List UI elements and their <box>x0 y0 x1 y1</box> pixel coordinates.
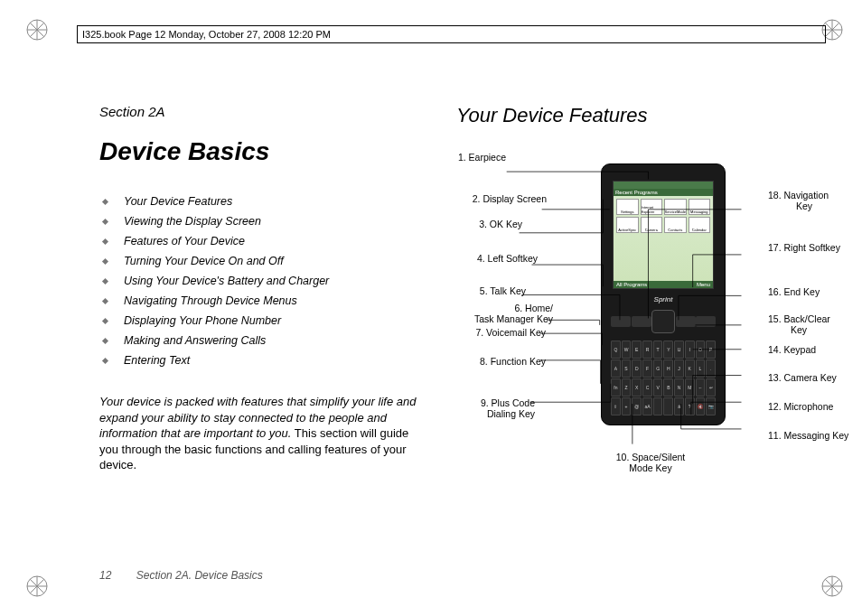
toc-item: Navigating Through Device Menus <box>99 291 425 311</box>
phone-key: X <box>632 378 642 397</box>
dpad <box>651 310 675 333</box>
phone-key: H <box>663 359 673 378</box>
screen-softkey-left: All Programs <box>616 282 647 287</box>
running-head: I325.book Page 12 Monday, October 27, 20… <box>77 25 826 43</box>
toc-item: Viewing the Display Screen <box>99 211 425 231</box>
phone-key: B <box>663 378 673 397</box>
callout-right-softkey: 17. Right Softkey <box>768 243 840 254</box>
phone-key: O <box>696 341 706 359</box>
callout-back-1: 15. Back/Clear <box>768 314 830 325</box>
bullet-icon <box>102 337 108 343</box>
phone-key: . <box>706 359 716 378</box>
callout-pluscode-2: Dialing Key <box>452 409 535 420</box>
toc-item-label: Features of Your Device <box>124 235 245 247</box>
right-softkey-button <box>696 316 716 327</box>
callout-keypad: 14. Keypad <box>768 345 816 356</box>
callout-earpiece: 1. Earpiece <box>452 153 506 163</box>
toc-item: Turning Your Device On and Off <box>99 251 425 271</box>
phone-key: J <box>674 359 684 378</box>
app-icon: Settings <box>616 199 639 215</box>
app-icon: Calendar <box>689 217 711 233</box>
phone-key: ä <box>674 397 684 415</box>
bullet-icon <box>102 317 108 323</box>
phone-key: W <box>622 341 632 359</box>
screen-app-grid: Settings Internet Explorer ServiceMode M… <box>614 196 713 236</box>
toc-item-label: Viewing the Display Screen <box>124 215 261 228</box>
toc-item: Entering Text <box>99 350 425 370</box>
bullet-icon <box>102 218 108 224</box>
phone-key: ↵ <box>706 378 716 397</box>
phone-key: fn <box>611 378 621 397</box>
phone-key: U <box>674 341 684 359</box>
phone-key: Q <box>611 341 621 359</box>
running-head-text: I325.book Page 12 Monday, October 27, 20… <box>82 29 331 40</box>
callout-display: 2. Display Screen <box>452 194 547 205</box>
screen-softkey-right: Menu <box>697 282 710 287</box>
talk-button <box>632 316 651 327</box>
callout-home-key-1: 6. Home/ <box>452 303 553 314</box>
right-column: Your Device Features Recent Programs Set… <box>456 104 817 553</box>
left-softkey-button <box>611 316 631 327</box>
phone-key: + <box>622 397 632 415</box>
phone-key: F <box>642 359 652 378</box>
phone-key: Z <box>622 378 632 397</box>
phone-key: T <box>653 341 663 359</box>
phone-key: K <box>685 359 695 378</box>
app-icon: Contacts <box>664 217 687 233</box>
toc-item-label: Your Device Features <box>124 195 232 208</box>
right-title: Your Device Features <box>456 104 817 127</box>
callout-space-2: Mode Key <box>605 463 696 474</box>
end-button <box>676 316 696 327</box>
callout-voicemail: 7. Voicemail Key <box>452 328 546 339</box>
toc-item-label: Making and Answering Calls <box>124 334 266 347</box>
bullet-icon <box>102 198 108 204</box>
toc-item-label: Entering Text <box>124 354 190 367</box>
phone-key: ? <box>685 397 695 415</box>
phone-key: P <box>706 341 716 359</box>
phone-key: @ <box>632 397 642 415</box>
toc-item-label: Displaying Your Phone Number <box>124 314 281 327</box>
page-number: 12 <box>99 569 111 582</box>
phone-key: S <box>622 359 632 378</box>
toc-item: Displaying Your Phone Number <box>99 311 425 331</box>
phone-key: I <box>685 341 695 359</box>
bullet-icon <box>102 238 108 244</box>
phone-key <box>653 397 663 415</box>
phone-key: A <box>611 359 621 378</box>
toc-item-label: Navigating Through Device Menus <box>124 294 297 307</box>
crop-ornament-bottom-left <box>25 574 49 598</box>
phone-screen: Recent Programs Settings Internet Explor… <box>613 181 714 289</box>
toc-list: Your Device Features Viewing the Display… <box>99 191 425 370</box>
phone-key: aA <box>642 397 652 415</box>
phone-key: N <box>674 378 684 397</box>
phone-key: E <box>632 341 642 359</box>
bullet-icon <box>102 277 108 284</box>
toc-item: Features of Your Device <box>99 231 425 251</box>
footer-section-ref: Section 2A. Device Basics <box>136 569 263 582</box>
toc-item: Making and Answering Calls <box>99 331 425 350</box>
phone-key: R <box>642 341 652 359</box>
crop-ornament-bottom-right <box>820 574 844 598</box>
phone-key: L <box>696 359 706 378</box>
callout-space-1: 10. Space/Silent <box>605 453 696 463</box>
screen-softkey-bar: All Programs Menu <box>614 281 713 288</box>
callout-end: 16. End Key <box>768 287 820 298</box>
phone-key: 🔇 <box>696 397 706 415</box>
toc-item: Your Device Features <box>99 191 425 211</box>
device-figure: Recent Programs Settings Internet Explor… <box>456 145 817 525</box>
page-footer: 12 Section 2A. Device Basics <box>99 569 263 582</box>
app-icon: Camera <box>641 217 663 233</box>
app-icon: ActiveSync <box>616 217 639 233</box>
phone-key: ← <box>696 378 706 397</box>
callout-messaging: 11. Messaging Key <box>768 431 848 442</box>
phone-key: V <box>653 378 663 397</box>
callout-camera: 13. Camera Key <box>768 373 837 384</box>
phone-key: M <box>685 378 695 397</box>
left-column: Section 2A Device Basics Your Device Fea… <box>99 104 425 553</box>
bullet-icon <box>102 357 108 363</box>
page-title: Device Basics <box>99 137 425 166</box>
callout-nav-2: Key <box>796 201 812 212</box>
phone-key: 📷 <box>706 397 716 415</box>
toc-item-label: Using Your Device's Battery and Charger <box>124 275 329 287</box>
callout-microphone: 12. Microphone <box>768 402 833 413</box>
